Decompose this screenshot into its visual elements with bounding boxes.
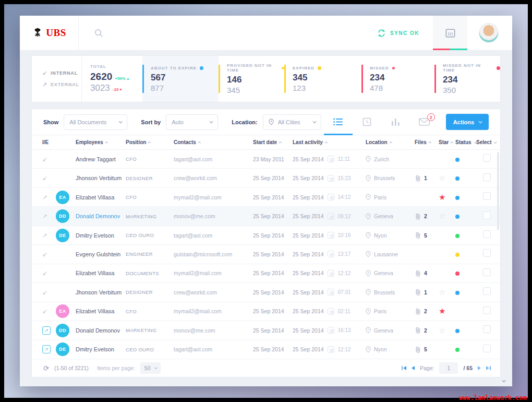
avatar[interactable]: EA [56, 191, 69, 204]
row-checkbox[interactable] [483, 173, 491, 181]
contact-email[interactable]: mymail2@mail.com [174, 194, 253, 200]
employee-name[interactable]: Elizabet Villasa [76, 194, 126, 200]
star-icon[interactable]: ☆ [439, 211, 445, 220]
stat-card-expired[interactable]: EXPIRED345123 [284, 56, 361, 102]
last-page-button[interactable] [486, 366, 491, 370]
external-toggle[interactable]: ↗ EXTERNAL [42, 81, 81, 88]
avatar[interactable]: DE [56, 342, 69, 356]
employee-name[interactable]: Dmitry Evelson [76, 346, 126, 352]
table-row[interactable]: ↗DDDonald DemonovMARKETINGmonov@me.com25… [32, 207, 500, 226]
row-checkbox[interactable] [483, 249, 491, 257]
employee-name[interactable]: Donald Demonov [76, 327, 126, 334]
prev-page-button[interactable] [412, 366, 415, 370]
sort-select[interactable]: Auto [166, 114, 218, 130]
page-input[interactable] [439, 362, 458, 374]
table-row[interactable]: ↗EAElizabet VillasaCFOmymail2@mail.com25… [32, 188, 500, 207]
tab-chart-view[interactable] [381, 109, 410, 135]
next-page-button[interactable] [478, 366, 481, 370]
user-avatar[interactable] [479, 23, 499, 43]
table-row[interactable]: ↗DEDmitry EvelsonCEO OUROtagart@aol.com2… [32, 340, 500, 359]
col-header-start-date[interactable]: Start date [253, 139, 293, 145]
col-header-contacts[interactable]: Contacts [174, 139, 253, 145]
star-icon[interactable]: ☆ [439, 288, 445, 297]
actions-button[interactable]: Actions [446, 114, 489, 130]
col-header-position[interactable]: Position [126, 139, 174, 145]
items-per-page-select[interactable]: 50 [140, 362, 161, 374]
table-row[interactable]: ↙Elizabet VillasaDOCUMENTSmymail2@mail.c… [32, 264, 500, 283]
col-header-status[interactable]: Status [455, 139, 476, 145]
scrollbar[interactable] [497, 152, 499, 230]
star-icon[interactable]: ★ [439, 193, 445, 202]
col-header-select[interactable]: Select [476, 139, 496, 145]
avatar[interactable]: DE [56, 229, 69, 242]
search-icon[interactable] [94, 29, 103, 38]
star-icon[interactable]: ☆ [439, 326, 445, 335]
contact-email[interactable]: mymail2@mail.com [174, 270, 253, 276]
ubs-logo[interactable]: UBS [20, 16, 79, 50]
contact-email[interactable]: tagart@aol.com [174, 346, 253, 352]
employee-name[interactable]: Jhonson Verbitum [76, 175, 126, 181]
employee-name[interactable]: Dmitry Evelson [76, 232, 126, 239]
col-header-location[interactable]: Location [366, 139, 415, 145]
contact-email[interactable]: mymail2@mail.com [174, 308, 253, 314]
contact-email[interactable]: tagart@aol.com [174, 232, 253, 239]
contact-email[interactable]: crew@workit.com [174, 175, 253, 181]
col-header-files[interactable]: Files [415, 139, 439, 145]
avatar[interactable]: EA [56, 304, 69, 318]
contact-email[interactable]: monov@me.com [174, 213, 253, 219]
table-row[interactable]: ↙Jhonson VerbitumDESIGNERcrew@workit.com… [32, 169, 500, 187]
stat-total[interactable]: TOTAL 2620+50% ▴ 3023-10 ▾ [82, 56, 142, 102]
row-checkbox[interactable] [483, 230, 491, 238]
employee-name[interactable]: Evgeny Gulshtein [76, 251, 126, 257]
external-link-icon[interactable]: ↗ [42, 345, 51, 353]
contact-email[interactable]: monov@me.com [174, 327, 253, 334]
employee-name[interactable]: Elizabet Villasa [76, 270, 126, 276]
col-header-employees[interactable]: Employees [76, 139, 126, 145]
employee-name[interactable]: Donald Demonov [76, 213, 126, 219]
tab-list-view[interactable] [324, 109, 353, 135]
sync-status[interactable]: SYNC OK [377, 29, 419, 38]
contact-email[interactable]: crew@workit.com [174, 289, 253, 295]
table-row[interactable]: ↙Evgeny GulshteinENGINEERgulstain@micros… [32, 245, 500, 264]
internal-toggle[interactable]: ↙ INTERNAL [42, 70, 81, 77]
show-select[interactable]: All Documents [64, 114, 127, 130]
stat-card-provided-not-in-time[interactable]: PROVIDED NOT IN TIME146345 [219, 56, 284, 102]
external-link-icon[interactable]: ↗ [42, 326, 51, 335]
table-row[interactable]: ↗DDDonald DemonovMARKETINGmonov@me.com25… [32, 321, 500, 340]
row-checkbox[interactable] [483, 306, 491, 314]
stat-card-missed-not-in-time[interactable]: MISSED NOT IN TIME234350 [434, 56, 500, 102]
files-count: 2 [424, 213, 427, 219]
stats-expand-chevron[interactable] [502, 379, 506, 382]
first-page-button[interactable] [402, 366, 406, 370]
stat-card-about-to-expire[interactable]: ABOUT TO EXPIRE567877 [142, 56, 219, 102]
row-checkbox[interactable] [483, 287, 491, 295]
avatar[interactable]: DD [56, 209, 69, 223]
location-select[interactable]: All Cities [263, 114, 321, 130]
row-checkbox[interactable] [483, 154, 491, 162]
row-checkbox[interactable] [483, 192, 491, 200]
calendar-tab[interactable] [433, 16, 467, 50]
row-checkbox[interactable] [483, 268, 491, 276]
col-header-last-activity[interactable]: Last activity [293, 139, 366, 145]
contact-email[interactable]: tagart@aol.com [174, 156, 253, 162]
table-row[interactable]: ↙Jhonson VerbitumDESIGNERcrew@workit.com… [32, 283, 500, 302]
col-header-star[interactable]: Star [439, 139, 455, 145]
col-header-i-e[interactable]: I/E [42, 139, 56, 145]
stat-card-missed[interactable]: MISSED234478 [361, 56, 434, 102]
refresh-icon[interactable]: ⟳ [43, 364, 49, 372]
avatar[interactable]: DD [56, 324, 69, 337]
table-row[interactable]: ↗DEDmitry EvelsonCEO OUROtagart@aol.com2… [32, 226, 500, 245]
row-checkbox[interactable] [483, 325, 491, 333]
employee-name[interactable]: Andrew Taggart [76, 156, 126, 162]
employee-name[interactable]: Jhonson Verbitum [76, 289, 126, 295]
contact-email[interactable]: gulstain@microsoft.com [174, 251, 253, 257]
star-icon[interactable]: ★ [439, 306, 445, 315]
row-checkbox[interactable] [483, 211, 491, 219]
table-row[interactable]: ↙EAElizabet VillasaCFOmymail2@mail.com25… [32, 302, 500, 321]
table-row[interactable]: ↙Andrew TaggartCFOtagart@aol.com23 May 2… [32, 150, 500, 169]
star-icon[interactable]: ☆ [439, 173, 445, 182]
tab-mail-view[interactable]: 2 [410, 109, 439, 135]
tab-schedule-view[interactable] [353, 109, 381, 135]
row-checkbox[interactable] [483, 345, 491, 352]
employee-name[interactable]: Elizabet Villasa [76, 308, 126, 314]
